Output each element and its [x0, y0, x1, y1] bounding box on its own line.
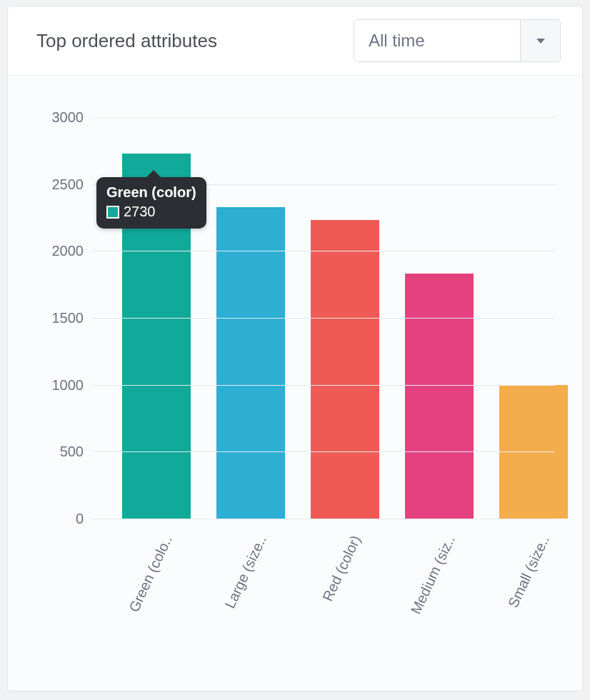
- chart-bar[interactable]: [405, 274, 474, 519]
- widget-header: Top ordered attributes All time: [8, 6, 582, 76]
- x-axis-tick-label: Medium (siz..: [408, 533, 459, 616]
- x-axis-labels: Green (colo..Large (size..Red (color)Med…: [92, 533, 555, 676]
- chart-tooltip: Green (color) 2730: [96, 177, 206, 229]
- widget-title: Top ordered attributes: [36, 30, 217, 52]
- chart-canvas: 050010001500200025003000 Green (colo..La…: [29, 97, 561, 690]
- tooltip-row: 2730: [106, 204, 196, 220]
- x-axis-tick-label: Large (size..: [221, 533, 269, 611]
- y-axis-tick-label: 3000: [52, 109, 84, 126]
- gridline: [92, 318, 555, 319]
- y-axis-tick-label: 1000: [52, 376, 84, 393]
- y-axis-tick-label: 1500: [52, 310, 84, 326]
- chart-bar[interactable]: [311, 220, 379, 519]
- y-axis-tick-label: 500: [60, 444, 84, 460]
- chart-widget: Top ordered attributes All time 05001000…: [7, 6, 583, 691]
- period-select[interactable]: All time: [354, 19, 561, 62]
- y-axis-tick-label: 0: [76, 511, 84, 527]
- chart-body: 050010001500200025003000 Green (colo..La…: [8, 76, 582, 690]
- tooltip-arrow-icon: [146, 170, 161, 177]
- gridline: [92, 251, 555, 251]
- y-axis-tick-label: 2500: [52, 176, 84, 192]
- x-axis-tick-label: Small (size..: [505, 533, 553, 610]
- gridline: [92, 519, 555, 519]
- chart-bar[interactable]: [216, 207, 285, 519]
- y-axis-tick-label: 2000: [52, 243, 84, 259]
- x-axis-tick-label: Green (colo..: [126, 533, 176, 614]
- gridline: [92, 385, 555, 386]
- chevron-down-icon: [536, 39, 545, 44]
- x-axis-tick-label: Red (color): [319, 533, 364, 604]
- gridline: [92, 117, 555, 118]
- tooltip-title: Green (color): [106, 184, 196, 201]
- period-select-toggle[interactable]: [520, 20, 560, 61]
- tooltip-swatch-icon: [106, 206, 119, 219]
- period-select-value: All time: [354, 31, 520, 51]
- gridline: [92, 451, 555, 452]
- tooltip-value: 2730: [124, 204, 156, 220]
